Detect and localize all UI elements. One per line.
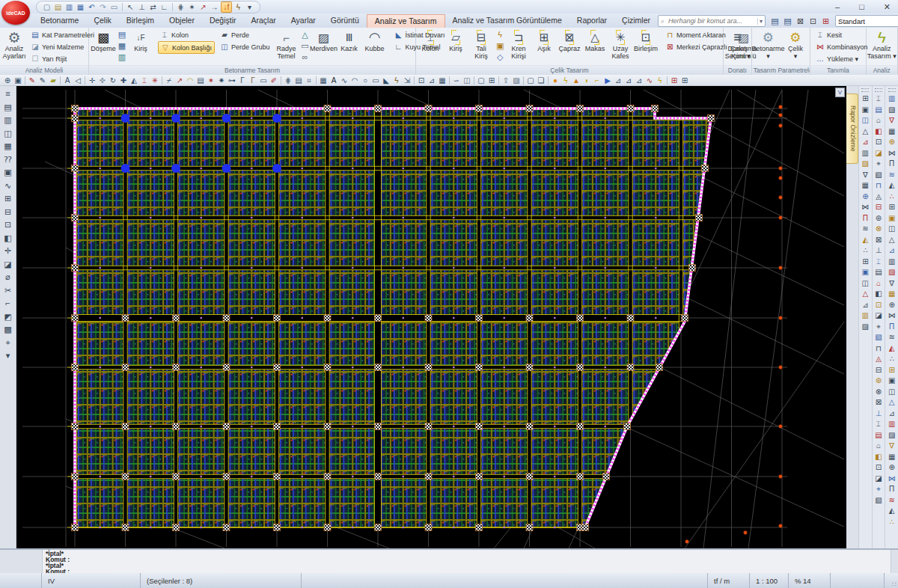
ribbon-button-betonarme-[interactable]: ⚙Betonarme▾ (754, 28, 783, 65)
toolbar-icon[interactable]: Γ (237, 76, 248, 85)
tab-de-i-tir[interactable]: Değiştir (202, 14, 244, 28)
drawing-canvas[interactable]: V (16, 86, 846, 548)
toolbar-icon[interactable]: ❏ (536, 76, 546, 85)
more-icon[interactable]: ▾ (245, 2, 254, 12)
ribbon-item-merkezi-aprazl-[interactable]: ⊠Merkezi Çaprazlı (663, 41, 730, 52)
toolbar-icon[interactable]: ✚ (118, 76, 129, 85)
right-tool-icon[interactable]: ◧ (873, 289, 885, 300)
right-tool-icon[interactable]: Π (886, 322, 897, 333)
ribbon-button-uzay-kafes[interactable]: ✳UzayKafes (608, 28, 633, 65)
right-tool-icon[interactable]: Π (886, 159, 897, 170)
right-tool-icon[interactable]: ⊕ (886, 462, 897, 474)
toolbar-icon[interactable]: ⊿ (427, 76, 437, 85)
ribbon-item-kombinasyon[interactable]: ⋈Kombinasyon (813, 41, 870, 52)
right-tool-icon[interactable]: ◭ (886, 506, 897, 517)
toolbar-icon[interactable]: ∿ (644, 76, 655, 85)
toolbar-icon[interactable]: ✶ (206, 76, 216, 85)
toolbar-icon[interactable]: ◠ (349, 76, 360, 85)
toolbar-icon[interactable]: ✐ (269, 76, 279, 85)
side-tool-icon[interactable]: ▩ (2, 323, 14, 335)
right-tool-icon[interactable]: ▤ (873, 267, 885, 278)
tab-objeler[interactable]: Objeler (162, 14, 202, 28)
ribbon-item-perde[interactable]: ▰Perde (218, 29, 272, 40)
tab--elik[interactable]: Çelik (86, 14, 118, 28)
toolbar-icon[interactable]: ⊕ (2, 76, 13, 85)
ribbon-button-d-eme[interactable]: ▩Döşeme (91, 28, 116, 65)
ribbon-item-kat-parametreleri[interactable]: ▤Kat Parametreleri (28, 29, 97, 40)
toolbar-icon[interactable]: ▤ (293, 76, 304, 85)
right-tool-icon[interactable]: ⊠ (873, 397, 885, 408)
toolbar-icon[interactable]: ∽ (451, 76, 462, 85)
tab-ayarlar[interactable]: Ayarlar (284, 14, 323, 28)
grid-snap-icon[interactable]: ⋕ (176, 2, 186, 12)
search-input[interactable] (667, 16, 757, 25)
right-tool-icon[interactable]: ◫ (886, 224, 897, 235)
right-tool-icon[interactable]: ⌂ (873, 278, 885, 290)
ribbon-button-kiri-[interactable]: ↓FKiriş (128, 28, 153, 65)
right-tool-icon[interactable]: ⌖ (873, 159, 885, 170)
side-tool-icon[interactable]: ∿ (2, 180, 14, 192)
right-tool-icon[interactable]: ◫ (860, 115, 871, 126)
right-tool-icon[interactable]: ▥ (886, 419, 897, 430)
right-tool-icon[interactable]: ⊟ (873, 365, 885, 376)
side-tool-icon[interactable]: ⁇ (2, 153, 14, 165)
right-tool-icon[interactable]: ▨ (886, 105, 897, 116)
right-tool-icon[interactable]: ▥ (860, 148, 871, 159)
tab-g-r-nt-[interactable]: Görüntü (323, 14, 367, 28)
toolbar-icon[interactable]: ϟ (561, 76, 571, 85)
right-tool-icon[interactable]: ∇ (886, 441, 897, 452)
right-tool-icon[interactable]: ⌖ (873, 484, 885, 495)
right-tool-icon[interactable]: ▦ (886, 289, 897, 300)
right-tool-icon[interactable]: ◪ (873, 474, 885, 485)
undo-icon[interactable]: ↶ (87, 2, 97, 12)
right-tool-icon[interactable]: ▣ (860, 267, 871, 278)
right-tool-icon[interactable]: ⋈ (886, 310, 897, 322)
ribbon-mini-icon[interactable]: ▤ (117, 29, 127, 40)
right-tool-icon[interactable]: ◧ (873, 126, 885, 138)
new-file-icon[interactable]: ▢ (42, 2, 52, 12)
toolbar-icon[interactable]: A (329, 76, 339, 85)
toolbar-icon[interactable]: ⌿ (164, 76, 174, 85)
ribbon-button-kiri-[interactable]: ▱Kiriş (443, 28, 468, 65)
toolbar-icon[interactable]: ⌗ (304, 76, 314, 85)
minimize-button[interactable]: – (835, 2, 840, 11)
ribbon-button-tali-kiri-[interactable]: ⊟TaliKiriş (468, 28, 494, 65)
toolbar-icon[interactable]: ✎ (27, 76, 37, 85)
right-tool-icon[interactable]: ▨ (886, 430, 897, 441)
side-tool-icon[interactable]: ▣ (2, 166, 14, 178)
toolbar-icon[interactable]: ○ (360, 76, 370, 85)
toolbar-icon[interactable]: ▭ (370, 76, 381, 85)
ribbon-button-analiz-ayarlar-[interactable]: ⚙AnalizAyarları (1, 28, 27, 65)
ribbon-button-radye-temel[interactable]: ⌐RadyeTemel (274, 28, 299, 65)
right-tool-icon[interactable]: ▦ (860, 180, 871, 192)
command-scrollbar[interactable] (891, 550, 898, 575)
right-tool-icon[interactable]: ▥ (886, 94, 897, 105)
ribbon-button-birle-im[interactable]: ⊡Birleşim (633, 28, 659, 65)
right-tool-icon[interactable]: ⌶ (873, 419, 885, 430)
right-tool-icon[interactable]: △ (886, 397, 897, 408)
side-tool-icon[interactable]: ▾ (2, 349, 14, 361)
ribbon-item-yeni-malzeme[interactable]: ◪Yeni Malzeme (28, 41, 97, 52)
toolbar-icon[interactable]: ▦ (318, 76, 329, 85)
right-tool-icon[interactable]: ∇ (860, 170, 871, 181)
right-tool-icon[interactable]: ⊞ (886, 365, 897, 376)
ribbon-mini-icon[interactable]: ϟ (495, 29, 505, 40)
layer-list-icon[interactable]: ▤ (769, 16, 781, 26)
app-logo[interactable]: ideCAD (1, 1, 30, 25)
right-tool-icon[interactable]: ≋ (860, 224, 871, 235)
right-tool-icon[interactable]: ⊞ (860, 94, 871, 105)
tab-ara-lar[interactable]: Araçlar (244, 14, 284, 28)
ribbon-button-a-k[interactable]: ⊞Aşık (531, 28, 557, 65)
toolbar-icon[interactable]: ◫ (462, 76, 472, 85)
ribbon-button-makas[interactable]: △Makas (582, 28, 608, 65)
track-icon[interactable]: ↗ (198, 2, 208, 12)
right-tool-icon[interactable]: ⊕ (860, 192, 871, 203)
right-tool-icon[interactable]: ◪ (873, 310, 885, 322)
osnap-icon[interactable]: ✶ (187, 2, 197, 12)
close-x-icon[interactable]: ⊠ (795, 16, 806, 26)
right-tool-icon[interactable]: ▦ (886, 452, 897, 463)
ribbon-item-kolon[interactable]: ⌶Kolon (158, 29, 215, 40)
toolbar-grip[interactable] (888, 88, 896, 92)
layer-stack-icon[interactable]: ▤ (782, 16, 793, 26)
right-tool-icon[interactable]: ⊿ (886, 408, 897, 420)
